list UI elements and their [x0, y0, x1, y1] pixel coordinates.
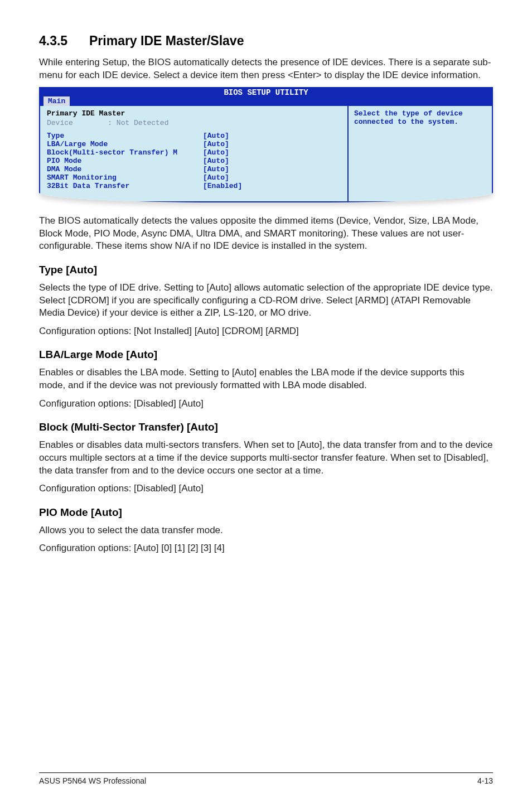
bios-row: Type[Auto]: [47, 132, 341, 140]
footer-right: 4-13: [477, 776, 493, 785]
type-p2: Configuration options: [Not Installed] […: [39, 325, 493, 338]
type-heading: Type [Auto]: [39, 264, 493, 276]
intro-paragraph: While entering Setup, the BIOS automatic…: [39, 56, 493, 81]
bios-header: BIOS SETUP UTILITY Main: [39, 87, 493, 106]
bios-device-value: : Not Detected: [108, 119, 168, 127]
bios-title: BIOS SETUP UTILITY: [224, 88, 308, 97]
page-footer: ASUS P5N64 WS Professional 4-13: [39, 772, 493, 785]
lba-p1: Enables or disables the LBA mode. Settin…: [39, 366, 493, 392]
block-p2: Configuration options: [Disabled] [Auto]: [39, 482, 493, 495]
bios-key: LBA/Large Mode: [47, 140, 203, 148]
bios-key: SMART Monitoring: [47, 173, 203, 182]
bios-val: [Auto]: [203, 165, 229, 173]
bios-key: PIO Mode: [47, 157, 203, 165]
pio-heading: PIO Mode [Auto]: [39, 506, 493, 519]
section-heading: 4.3.5Primary IDE Master/Slave: [39, 33, 493, 49]
bios-body: Primary IDE Master Device : Not Detected…: [39, 106, 493, 202]
bios-val: [Enabled]: [203, 182, 242, 190]
after-bios-paragraph: The BIOS automatically detects the value…: [39, 215, 493, 253]
bios-key: Type: [47, 132, 203, 140]
lba-heading: LBA/Large Mode [Auto]: [39, 349, 493, 361]
bios-val: [Auto]: [203, 157, 229, 165]
bios-val: [Auto]: [203, 173, 229, 182]
block-p1: Enables or disables data multi-sectors t…: [39, 439, 493, 477]
bios-device-row: Device : Not Detected: [47, 119, 341, 127]
pio-p1: Allows you to select the data transfer m…: [39, 524, 493, 537]
bios-key: Block(Multi-sector Transfer) M: [47, 148, 203, 157]
bios-key: DMA Mode: [47, 165, 203, 173]
section-title: Primary IDE Master/Slave: [89, 33, 244, 48]
bios-key: 32Bit Data Transfer: [47, 182, 203, 190]
bios-row: DMA Mode[Auto]: [47, 165, 341, 173]
bios-row: Block(Multi-sector Transfer) M[Auto]: [47, 148, 341, 157]
block-heading: Block (Multi-Sector Transfer) [Auto]: [39, 421, 493, 433]
bios-row: LBA/Large Mode[Auto]: [47, 140, 341, 148]
bios-val: [Auto]: [203, 132, 229, 140]
bios-val: [Auto]: [203, 140, 229, 148]
bios-panel-title: Primary IDE Master: [47, 109, 341, 118]
section-number: 4.3.5: [39, 33, 89, 49]
bios-row: SMART Monitoring[Auto]: [47, 173, 341, 182]
bios-tab-main: Main: [43, 96, 70, 106]
bios-screenshot: BIOS SETUP UTILITY Main Primary IDE Mast…: [39, 87, 493, 202]
bios-device-label: Device: [47, 119, 73, 127]
pio-p2: Configuration options: [Auto] [0] [1] [2…: [39, 542, 493, 555]
footer-left: ASUS P5N64 WS Professional: [39, 776, 146, 785]
lba-p2: Configuration options: [Disabled] [Auto]: [39, 398, 493, 410]
bios-row: 32Bit Data Transfer[Enabled]: [47, 182, 341, 190]
type-p1: Selects the type of IDE drive. Setting t…: [39, 282, 493, 320]
bios-help-pane: Select the type of device connected to t…: [349, 106, 492, 201]
bios-val: [Auto]: [203, 148, 229, 157]
bios-left-pane: Primary IDE Master Device : Not Detected…: [40, 106, 349, 201]
bios-row: PIO Mode[Auto]: [47, 157, 341, 165]
